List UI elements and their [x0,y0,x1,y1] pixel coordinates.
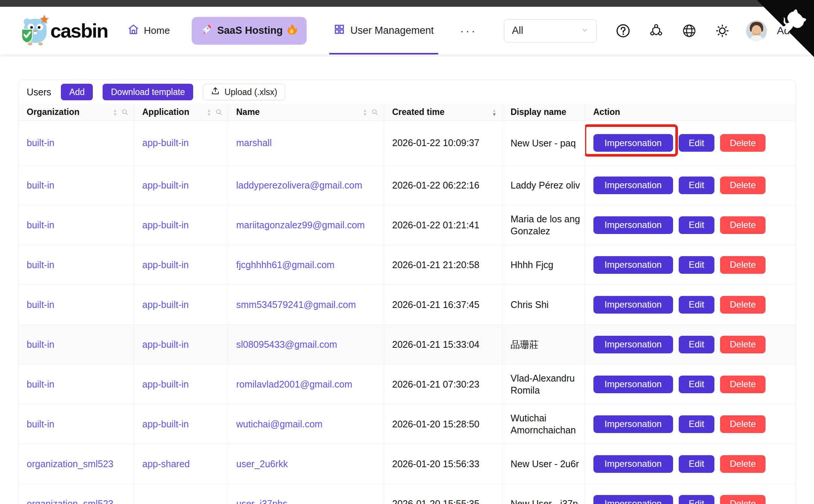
impersonation-button[interactable]: Impersonation [593,216,673,234]
add-user-button[interactable]: Add [61,84,93,100]
edit-button[interactable]: Edit [679,216,714,234]
user-name-link[interactable]: fjcghhhh61@gmail.com [236,260,335,270]
navbar: casbin Home SaaS Hosting [0,7,814,54]
delete-button[interactable]: Delete [720,256,766,274]
nav-item-home[interactable]: Home [127,23,170,38]
display-name-text: Amornchaichan [511,424,579,436]
impersonation-button[interactable]: Impersonation [593,296,673,314]
display-name-text: New User - paq [511,137,579,149]
column-search-icon[interactable] [215,109,222,116]
organization-link[interactable]: built-in [27,137,54,148]
column-label: Name [236,107,260,117]
edit-button[interactable]: Edit [679,415,714,433]
impersonation-button[interactable]: Impersonation [593,415,673,433]
sort-carets-icon[interactable]: ▲▼ [492,108,497,116]
application-link[interactable]: app-built-in [142,260,189,270]
user-name-link[interactable]: laddyperezolivera@gmail.com [236,180,362,190]
user-name-link[interactable]: mariitagonzalez99@gmail.com [236,220,365,230]
organization-select[interactable]: All [504,19,596,42]
edit-button[interactable]: Edit [679,336,714,353]
column-header-created-time[interactable]: Created time▲▼ [384,104,502,121]
display-name-text: New User - i37p [511,498,579,504]
impersonation-button[interactable]: Impersonation [593,455,673,473]
column-header-organization[interactable]: Organization▲▼ [18,104,134,121]
organization-link[interactable]: organization_sml523 [27,459,113,469]
user-name-link[interactable]: marshall [236,137,272,148]
delete-button[interactable]: Delete [720,336,766,353]
column-label: Application [142,107,189,117]
created-time-text: 2026-01-22 10:09:37 [392,137,480,148]
column-header-name[interactable]: Name▲▼ [228,104,384,121]
column-search-icon[interactable] [121,109,129,116]
created-time-text: 2026-01-21 15:33:04 [392,339,480,350]
column-search-icon[interactable] [371,109,378,116]
navbar-icon-group [616,24,729,38]
impersonation-button[interactable]: Impersonation [593,177,673,194]
edit-button[interactable]: Edit [679,376,714,393]
delete-button[interactable]: Delete [720,455,766,473]
tab-user-management[interactable]: User Management [329,7,438,54]
impersonation-button[interactable]: Impersonation [593,134,673,152]
edit-button[interactable]: Edit [679,177,714,194]
application-link[interactable]: app-built-in [142,379,189,389]
upload-xlsx-button[interactable]: Upload (.xlsx) [203,84,285,100]
delete-button[interactable]: Delete [720,177,766,194]
application-link[interactable]: app-built-in [142,180,189,190]
impersonation-button[interactable]: Impersonation [593,336,673,353]
delete-button[interactable]: Delete [720,134,766,152]
edit-button[interactable]: Edit [679,134,714,152]
user-name-link[interactable]: wutichai@gmail.com [236,419,323,429]
github-corner[interactable] [757,0,814,59]
delete-button[interactable]: Delete [720,376,766,393]
display-name-text: Wutichai [511,412,579,424]
organization-link[interactable]: built-in [27,220,54,230]
sort-carets-icon[interactable]: ▲▼ [207,108,212,116]
user-name-link[interactable]: smm534579241@gmail.com [236,299,356,310]
sort-carets-icon[interactable]: ▲▼ [363,108,368,116]
edit-button[interactable]: Edit [679,256,714,274]
column-header-application[interactable]: Application▲▼ [134,104,228,121]
organization-link[interactable]: built-in [27,180,54,190]
application-link[interactable]: app-built-in [142,299,189,310]
application-link[interactable]: app-shared [142,459,190,469]
edit-button[interactable]: Edit [679,455,714,473]
upload-button-label: Upload (.xlsx) [224,87,277,97]
display-name-text: 品珊莊 [511,338,579,350]
table-row: built-inapp-built-inmarshall2026-01-22 1… [18,121,796,165]
organization-link[interactable]: built-in [27,379,54,389]
user-name-link[interactable]: romilavlad2001@gmail.com [236,379,353,389]
sort-carets-icon[interactable]: ▲▼ [113,108,118,116]
organization-link[interactable]: organization_sml523 [27,498,113,504]
user-name-link[interactable]: user_2u6rkk [236,459,288,469]
table-row: built-inapp-built-inwutichai@gmail.com20… [18,404,796,444]
delete-button[interactable]: Delete [720,495,766,504]
casbin-gopher-icon [21,14,50,47]
edit-button[interactable]: Edit [679,495,714,504]
brand-logo[interactable]: casbin [21,14,108,47]
application-link[interactable]: app-built-in [142,339,189,350]
application-link[interactable]: app-built-in [142,220,189,230]
organization-link[interactable]: built-in [27,299,54,310]
organization-link[interactable]: built-in [27,339,54,350]
help-icon[interactable] [616,24,630,38]
user-name-link[interactable]: sl08095433@gmail.com [236,339,337,350]
application-link[interactable]: app-built-in [142,419,189,429]
molecule-icon[interactable] [649,24,663,38]
sun-icon[interactable] [715,24,729,38]
impersonation-button[interactable]: Impersonation [593,256,673,274]
delete-button[interactable]: Delete [720,415,766,433]
nav-overflow-menu[interactable]: ··· [460,24,477,37]
delete-button[interactable]: Delete [720,296,766,314]
organization-link[interactable]: built-in [27,419,54,429]
nav-item-saas-hosting[interactable]: SaaS Hosting [192,17,307,45]
table-toolbar: Users Add Download template Upload (.xls… [18,80,796,101]
globe-icon[interactable] [682,24,696,38]
impersonation-button[interactable]: Impersonation [593,376,673,393]
download-template-button[interactable]: Download template [103,84,193,100]
organization-link[interactable]: built-in [27,260,54,270]
application-link[interactable]: app-built-in [142,137,189,148]
user-name-link[interactable]: user_i37phs [236,498,287,504]
delete-button[interactable]: Delete [720,216,766,234]
impersonation-button[interactable]: Impersonation [593,495,673,504]
edit-button[interactable]: Edit [679,296,714,314]
